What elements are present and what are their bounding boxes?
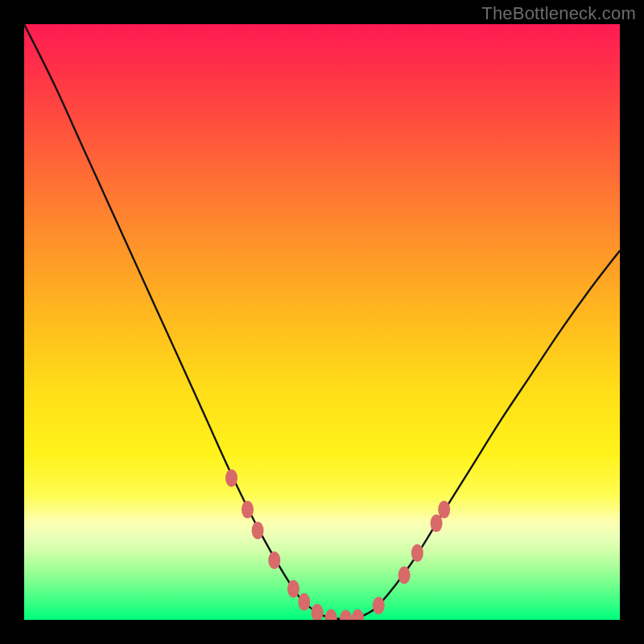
marker-layer — [225, 469, 450, 620]
curve-marker — [352, 609, 364, 620]
curve-marker — [325, 609, 337, 620]
curve-marker — [431, 514, 443, 532]
curve-marker — [312, 604, 324, 620]
chart-frame: TheBottleneck.com — [0, 0, 644, 644]
curve-marker — [225, 469, 237, 487]
curve-marker — [438, 501, 450, 518]
curve-marker — [373, 597, 385, 614]
curve-marker — [242, 501, 254, 518]
curve-marker — [411, 544, 423, 562]
curve-marker — [340, 610, 352, 620]
curve-marker — [252, 522, 264, 539]
curve-marker — [287, 580, 299, 598]
curve-marker — [298, 593, 310, 611]
curve-marker — [268, 551, 280, 569]
chart-plot-area — [24, 24, 620, 620]
bottleneck-curve — [24, 24, 620, 619]
curve-marker — [398, 567, 411, 584]
watermark-text: TheBottleneck.com — [481, 3, 636, 24]
chart-svg — [24, 24, 620, 620]
